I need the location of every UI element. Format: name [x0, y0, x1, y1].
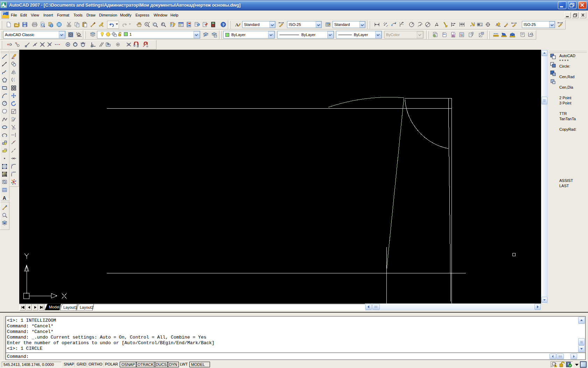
svg-text:A: A [235, 22, 239, 27]
svg-text:Model: Model [49, 305, 59, 309]
svg-text:A: A [474, 22, 475, 24]
svg-text:x: x [402, 23, 404, 25]
svg-text:?: ? [222, 23, 225, 27]
svg-text:1: 1 [481, 23, 482, 26]
svg-text:J: J [453, 32, 454, 34]
svg-text:x: x [399, 22, 400, 24]
svg-text:Layout2: Layout2 [80, 305, 93, 309]
svg-text:DWF: DWF [451, 35, 455, 37]
svg-text:Layout1: Layout1 [63, 305, 77, 309]
